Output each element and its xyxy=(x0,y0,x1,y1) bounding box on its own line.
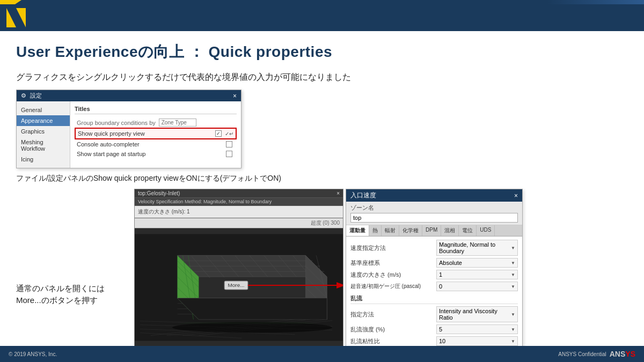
tab-electric[interactable]: 電位 xyxy=(459,225,477,236)
settings-section-title: Titles xyxy=(75,106,237,114)
tab-radiation[interactable]: 輻射 xyxy=(382,225,399,236)
subtitle-text: グラフィクスをシングルクリックするだけで代表的な境界値の入力が可能になりました xyxy=(16,72,628,83)
field-value-3[interactable]: 0 ▼ xyxy=(436,282,518,291)
field-value-5[interactable]: 5 ▼ xyxy=(436,324,518,334)
dropdown-arrow-5: ▼ xyxy=(511,327,515,332)
mesh-svg: More... xyxy=(135,228,343,346)
tab-multiphase[interactable]: 混相 xyxy=(441,225,459,236)
bottom-section: 通常のパネルを開くには More...のボタンを押す top:Gelosity-… xyxy=(16,189,628,362)
header-stripe xyxy=(0,4,644,31)
field-label-3: 超音速/初期ゲージ圧 (pascal) xyxy=(350,283,436,290)
show-quick-property-checkbox[interactable] xyxy=(215,130,222,137)
svg-text:More...: More... xyxy=(228,282,245,288)
field-value-2[interactable]: 1 ▼ xyxy=(436,270,518,279)
group-by-dropdown[interactable]: Zone Type xyxy=(159,119,196,127)
settings-dialog: ⚙ 設定 × General Appearance Graphics Meshi… xyxy=(16,90,241,168)
field-label-1: 基準座標系 xyxy=(350,259,436,267)
inlet-field-row-6: 乱流粘性比 10 ▼ xyxy=(350,336,518,346)
page-title: User Experienceの向上 ： Quick properties xyxy=(16,42,628,62)
footer-copyright: © 2019 ANSYS, Inc. xyxy=(9,351,57,357)
field-value-4[interactable]: Intensity and Viscosity Ratio ▼ xyxy=(436,306,518,322)
field-value-6[interactable]: 10 ▼ xyxy=(436,336,518,346)
group-by-label: Group boundary conditions by xyxy=(77,120,156,126)
toolbar-label: Velocity Specification Method: Magnitude… xyxy=(138,199,272,204)
dropdown-arrow-1: ▼ xyxy=(511,261,515,265)
inlet-zone-section: ゾーン名 top xyxy=(346,202,522,225)
settings-body: General Appearance Graphics Meshing Work… xyxy=(17,101,241,168)
top-bar-accent xyxy=(0,0,21,4)
dropdown-arrow-4: ▼ xyxy=(511,312,515,317)
settings-sidebar: General Appearance Graphics Meshing Work… xyxy=(17,101,70,168)
footer-right: ANSYS Confidential ANSYS xyxy=(558,350,635,358)
view-3d-close-icon[interactable]: × xyxy=(336,190,340,196)
view-3d-container: top:Gelosity-Inlet) × Velocity Specifica… xyxy=(134,189,343,362)
sidebar-item-meshing[interactable]: Meshing Workflow xyxy=(17,137,70,154)
inlet-field-row-2: 速度の大きさ (m/s) 1 ▼ xyxy=(350,270,518,279)
svg-marker-45 xyxy=(178,322,317,324)
footer-brand: ANSYS xyxy=(610,350,635,358)
inlet-field-row-0: 速度指定方法 Magnitude, Normal to Boundary ▼ xyxy=(350,240,518,256)
view-3d-title: top:Gelosity-Inlet) xyxy=(138,190,180,196)
field-label-2: 速度の大きさ (m/s) xyxy=(350,271,436,279)
sidebar-item-icing[interactable]: Icing xyxy=(17,154,70,165)
inlet-body: 速度指定方法 Magnitude, Normal to Boundary ▼ 基… xyxy=(346,237,522,351)
top-bar xyxy=(0,0,644,4)
inlet-title-bar: 入口速度 × xyxy=(346,189,522,202)
console-checkbox[interactable] xyxy=(226,141,232,147)
group-by-row: Group boundary conditions by Zone Type xyxy=(75,117,237,128)
inlet-panel: 入口速度 × ゾーン名 top 運動量 熱 輻射 化学種 DPM 混相 電位 U… xyxy=(346,189,523,362)
inlet-field-row-1: 基準座標系 Absolute ▼ xyxy=(350,258,518,268)
inlet-title: 入口速度 xyxy=(350,191,376,200)
start-page-row: Show start page at startup xyxy=(75,149,237,159)
tab-momentum[interactable]: 運動量 xyxy=(346,225,369,236)
turbulence-title: 乱流 xyxy=(350,294,518,304)
footer: © 2019 ANSYS, Inc. ANSYS Confidential AN… xyxy=(0,346,644,362)
main-content: User Experienceの向上 ： Quick properties グラ… xyxy=(0,31,644,346)
annotation-text: 通常のパネルを開くには More...のボタンを押す xyxy=(16,283,134,307)
ansys-logo-icon xyxy=(6,8,26,27)
dropdown-arrow-2: ▼ xyxy=(511,272,515,277)
dropdown-arrow-3: ▼ xyxy=(511,284,515,289)
start-page-label: Show start page at startup xyxy=(77,151,226,157)
tab-heat[interactable]: 熱 xyxy=(369,225,382,236)
field-label-6: 乱流粘性比 xyxy=(350,337,436,345)
field-value-0[interactable]: Magnitude, Normal to Boundary ▼ xyxy=(436,240,518,256)
section-note: ファイル/設定パネルのShow quick property viewをONにす… xyxy=(16,174,628,183)
settings-area: ⚙ 設定 × General Appearance Graphics Meshi… xyxy=(16,90,628,168)
settings-title-bar: ⚙ 設定 × xyxy=(17,90,241,101)
sidebar-item-graphics[interactable]: Graphics xyxy=(17,126,70,137)
zone-input[interactable]: top xyxy=(350,213,518,223)
quick-props-row: 速度の大きさ (m/s): 1 xyxy=(135,206,343,218)
view-3d-titlebar: top:Gelosity-Inlet) × xyxy=(135,189,343,198)
console-row: Console auto-completer xyxy=(75,139,237,149)
footer-confidential: ANSYS Confidential xyxy=(558,351,606,357)
rpm-row: 超度 (0) 300 xyxy=(135,218,343,228)
field-label-4: 指定方法 xyxy=(350,311,436,319)
zone-label: ゾーン名 xyxy=(350,204,518,212)
annotation-area: 通常のパネルを開くには More...のボタンを押す xyxy=(16,189,134,362)
dropdown-arrow-6: ▼ xyxy=(511,339,515,344)
tab-species[interactable]: 化学種 xyxy=(399,225,422,236)
settings-title-label: ⚙ 設定 xyxy=(21,92,42,100)
field-value-1[interactable]: Absolute ▼ xyxy=(436,258,518,268)
start-page-checkbox[interactable] xyxy=(226,151,232,157)
tab-uds[interactable]: UDS xyxy=(477,225,495,236)
sidebar-item-general[interactable]: General xyxy=(17,105,70,115)
field-label-5: 乱流強度 (%) xyxy=(350,326,436,334)
tab-dpm[interactable]: DPM xyxy=(422,225,441,236)
view-3d-inner: More... xyxy=(135,228,343,346)
inlet-field-row-5: 乱流強度 (%) 5 ▼ xyxy=(350,324,518,334)
sidebar-item-appearance[interactable]: Appearance xyxy=(17,115,70,126)
show-quick-property-row: Show quick property view ✓↵ xyxy=(75,128,237,139)
inlet-close-icon[interactable]: × xyxy=(514,192,518,200)
console-label: Console auto-completer xyxy=(77,141,226,147)
svg-marker-43 xyxy=(178,298,327,320)
inlet-tabs: 運動量 熱 輻射 化学種 DPM 混相 電位 UDS xyxy=(346,225,522,237)
dropdown-arrow-0: ▼ xyxy=(511,246,515,250)
settings-close-button[interactable]: × xyxy=(233,92,237,100)
inlet-field-row-4: 指定方法 Intensity and Viscosity Ratio ▼ xyxy=(350,306,518,322)
inlet-field-row-3: 超音速/初期ゲージ圧 (pascal) 0 ▼ xyxy=(350,282,518,291)
show-quick-property-label: Show quick property view xyxy=(78,130,215,137)
svg-point-44 xyxy=(172,322,332,333)
field-label-0: 速度指定方法 xyxy=(350,244,436,252)
